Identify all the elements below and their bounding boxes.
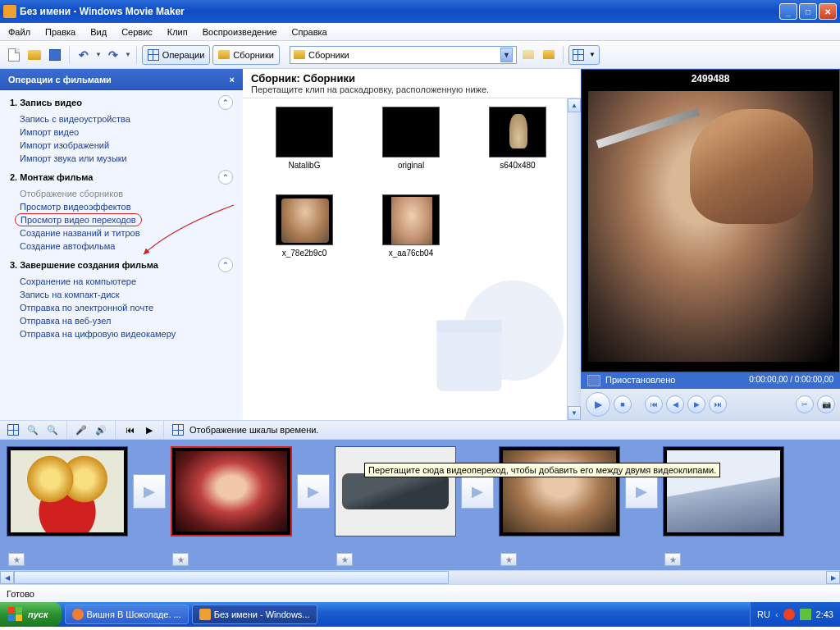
rewind-button[interactable]: ⏮ xyxy=(121,422,138,438)
location-combobox[interactable]: Сборники ▼ xyxy=(290,46,517,64)
new-folder-button[interactable] xyxy=(540,46,558,64)
operations-toggle[interactable]: Операции xyxy=(142,45,210,65)
play-timeline-button[interactable]: ▶ xyxy=(141,422,158,438)
clip-item[interactable]: x_78e2b9c0 xyxy=(267,194,341,258)
menu-view[interactable]: Вид xyxy=(89,25,108,39)
scroll-up-button[interactable]: ▲ xyxy=(568,98,581,112)
step-fwd-button[interactable]: ▶ xyxy=(687,395,705,413)
tray-icon[interactable] xyxy=(783,609,795,620)
scroll-down-button[interactable]: ▼ xyxy=(568,406,581,420)
menu-play[interactable]: Воспроизведение xyxy=(201,25,279,39)
seek-slider-icon[interactable] xyxy=(587,375,600,386)
view-mode-button[interactable]: ▼ xyxy=(568,45,600,65)
menu-clip[interactable]: Клип xyxy=(166,25,189,39)
effects-indicator-icon[interactable]: ★ xyxy=(172,553,189,566)
menu-edit[interactable]: Правка xyxy=(43,25,77,39)
clip-item[interactable]: s640x480 xyxy=(481,107,555,170)
collapse-icon[interactable]: ⌃ xyxy=(218,170,233,185)
scrollbar-thumb[interactable] xyxy=(14,571,449,584)
clock[interactable]: 2:43 xyxy=(816,609,833,619)
task-send-email[interactable]: Отправка по электронной почте xyxy=(0,301,243,314)
start-button[interactable]: пуск xyxy=(0,602,62,627)
audio-levels-button[interactable]: 🔊 xyxy=(93,422,109,438)
task-burn-cd[interactable]: Запись на компакт-диск xyxy=(0,288,243,301)
prev-clip-button[interactable]: ⏮ xyxy=(645,395,663,413)
scroll-left-button[interactable]: ◀ xyxy=(0,571,14,584)
undo-dropdown-icon[interactable]: ▼ xyxy=(95,51,102,58)
collection-scrollbar[interactable]: ▲ ▼ xyxy=(567,98,581,420)
play-button[interactable]: ▶ xyxy=(586,392,610,417)
split-button[interactable]: ✂ xyxy=(796,395,814,413)
chevron-down-icon: ▼ xyxy=(589,51,596,58)
task-save-computer[interactable]: Сохранение на компьютере xyxy=(0,275,243,288)
menu-help[interactable]: Справка xyxy=(290,25,329,39)
save-button[interactable] xyxy=(46,46,64,64)
collection-body[interactable]: NatalibG original s640x480 x_78e2b9c0 x_… xyxy=(243,98,581,420)
effects-indicator-icon[interactable]: ★ xyxy=(8,553,25,566)
separator xyxy=(69,46,70,64)
dropdown-arrow-icon[interactable]: ▼ xyxy=(500,48,513,62)
app-icon xyxy=(3,5,16,18)
new-project-button[interactable] xyxy=(5,46,23,64)
maximize-button[interactable]: □ xyxy=(799,3,817,20)
zoom-in-button[interactable]: 🔍 xyxy=(25,422,41,438)
transition-slot[interactable]: ▶ xyxy=(623,446,660,536)
storyboard-scrollbar[interactable]: ◀ ▶ xyxy=(0,570,840,584)
transition-slot[interactable]: ▶ xyxy=(295,446,331,536)
timeline-toolbar: 🔍 🔍 🎤 🔊 ⏮ ▶ Отображение шкалы времени. xyxy=(0,420,840,440)
clip-item[interactable]: original xyxy=(374,107,448,170)
step-back-button[interactable]: ◀ xyxy=(666,395,684,413)
next-clip-button[interactable]: ⏭ xyxy=(709,395,727,413)
zoom-out-button[interactable]: 🔍 xyxy=(44,422,61,438)
task-import-audio[interactable]: Импорт звука или музыки xyxy=(0,152,243,165)
taskbar-item-browser[interactable]: Вишня В Шоколаде. ... xyxy=(65,605,189,624)
task-section-2-title: 2. Монтаж фильма xyxy=(10,172,93,182)
clip-item[interactable]: x_aa76cb04 xyxy=(374,194,448,258)
storyboard-clip[interactable]: ★ 0_59742_699c39bb_XL(1) xyxy=(7,446,128,553)
task-import-video[interactable]: Импорт видео xyxy=(0,126,243,139)
redo-button[interactable]: ↷ xyxy=(104,46,122,64)
storyboard[interactable]: ★ 0_59742_699c39bb_XL(1) ▶ ★ 17c0376a779… xyxy=(0,440,840,584)
menu-service[interactable]: Сервис xyxy=(120,25,154,39)
show-timeline-button[interactable] xyxy=(5,422,21,438)
collapse-icon[interactable]: ⌃ xyxy=(218,258,233,272)
task-capture-device[interactable]: Запись с видеоустройства xyxy=(0,112,243,126)
task-titles[interactable]: Создание названий и титров xyxy=(0,226,243,240)
storyboard-clip[interactable]: ★ 17c0376a77946bd71c8e3f3fa... xyxy=(171,446,292,553)
task-show-collections[interactable]: Отображение сборников xyxy=(0,187,243,200)
task-pane-close[interactable]: × xyxy=(230,75,235,84)
effects-indicator-icon[interactable]: ★ xyxy=(336,553,353,566)
undo-button[interactable]: ↶ xyxy=(75,46,93,64)
separator xyxy=(66,421,67,439)
narrate-button[interactable]: 🎤 xyxy=(73,422,89,438)
up-level-button[interactable] xyxy=(519,46,537,64)
task-automovie[interactable]: Создание автофильма xyxy=(0,240,243,253)
scroll-right-button[interactable]: ▶ xyxy=(826,571,840,584)
clip-item[interactable]: NatalibG xyxy=(267,107,341,170)
toggle-view-button[interactable] xyxy=(170,422,186,438)
effects-indicator-icon[interactable]: ★ xyxy=(500,553,517,566)
minimize-button[interactable]: _ xyxy=(779,3,797,20)
transition-slot[interactable]: ▶ xyxy=(459,446,495,536)
collections-toggle[interactable]: Сборники xyxy=(212,45,280,65)
menu-file[interactable]: Файл xyxy=(7,25,32,39)
tray-expand-icon[interactable]: ‹ xyxy=(775,609,778,619)
task-send-camera[interactable]: Отправка на цифровую видеокамеру xyxy=(0,327,243,340)
window-titlebar: Без имени - Windows Movie Maker _ □ ✕ xyxy=(0,0,840,23)
task-view-transitions[interactable]: Просмотр видео переходов xyxy=(15,213,142,226)
task-view-effects[interactable]: Просмотр видеоэффектов xyxy=(0,200,243,213)
close-button[interactable]: ✕ xyxy=(819,3,837,20)
redo-dropdown-icon[interactable]: ▼ xyxy=(125,51,131,58)
tray-icon[interactable] xyxy=(800,609,811,620)
open-button[interactable] xyxy=(25,46,43,64)
snapshot-button[interactable]: 📷 xyxy=(817,395,835,413)
svg-rect-3 xyxy=(8,607,15,614)
task-send-web[interactable]: Отправка на веб-узел xyxy=(0,314,243,327)
taskbar-item-moviemaker[interactable]: Без имени - Windows... xyxy=(192,605,317,624)
task-import-images[interactable]: Импорт изображений xyxy=(0,139,243,152)
collapse-icon[interactable]: ⌃ xyxy=(218,95,233,110)
transition-slot[interactable]: ▶ xyxy=(131,446,167,536)
stop-button[interactable]: ■ xyxy=(614,395,632,413)
language-indicator[interactable]: RU xyxy=(757,609,770,619)
effects-indicator-icon[interactable]: ★ xyxy=(664,553,681,566)
